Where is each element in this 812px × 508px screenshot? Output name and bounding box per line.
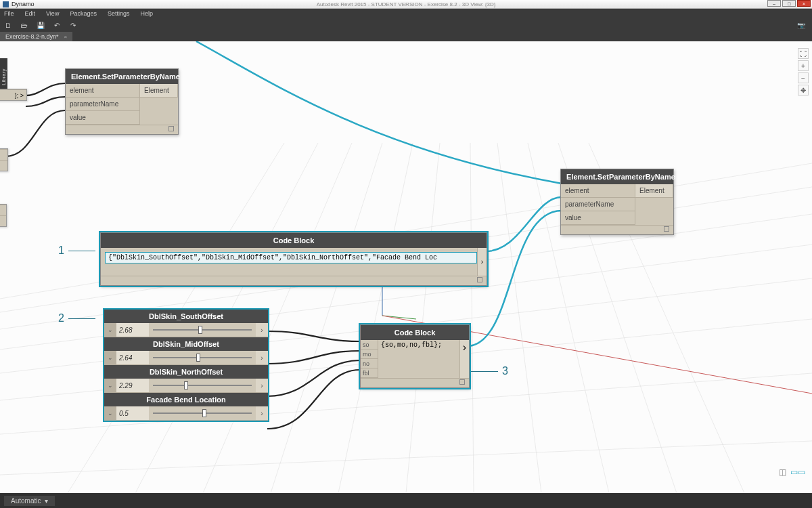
slider-1-expand-icon[interactable]: ⌄ <box>104 323 116 337</box>
menu-packages[interactable]: Packages <box>70 10 97 17</box>
node-codeblock-1[interactable]: Code Block › <box>100 232 487 286</box>
slider-1-value[interactable]: 2.68 <box>116 323 149 337</box>
node-codeblock-2[interactable]: Code Block so mo no fbl {so,mo,no,fbl}; … <box>360 324 470 388</box>
menu-help[interactable]: Help <box>140 10 153 17</box>
menu-view[interactable]: View <box>46 10 59 17</box>
codeblock-out-port[interactable]: › <box>477 248 487 276</box>
node-title: Element.SetParameterByName <box>66 69 178 84</box>
port-element[interactable]: element <box>66 84 140 98</box>
pan-icon[interactable]: ✥ <box>798 85 809 96</box>
codeblock2-in-so[interactable]: so <box>361 340 378 350</box>
run-mode-dropdown[interactable]: Automatic ▾ <box>4 496 55 506</box>
node-title: Element.SetParameterByName <box>561 169 673 184</box>
codeblock-code-input[interactable] <box>105 252 477 263</box>
app-icon <box>3 1 9 7</box>
node-setparameter-2[interactable]: Element.SetParameterByName element param… <box>560 169 674 235</box>
port-out-element[interactable]: Element <box>635 184 673 198</box>
view-mode-icons: ◫ ▭▭ <box>779 467 805 477</box>
window-title: Autodesk Revit 2015 - STUDENT VERSION - … <box>317 1 496 7</box>
new-file-icon[interactable]: 🗋 <box>4 21 12 29</box>
slider-4-value[interactable]: 0.5 <box>116 406 149 420</box>
menu-settings[interactable]: Settings <box>108 10 130 17</box>
node-title: Code Block <box>361 325 469 340</box>
slider-3-track[interactable] <box>149 379 256 392</box>
node-partial-mid[interactable] <box>0 148 8 171</box>
partial-port <box>0 215 6 226</box>
graph-canvas[interactable]: Library }; > Element.SetParameterByName … <box>0 41 812 493</box>
toolbar: 🗋 🗁 💾 ↶ ↷ 📷 <box>0 18 812 32</box>
slider-4-expand-icon[interactable]: ⌄ <box>104 406 116 420</box>
port-element[interactable]: element <box>561 184 635 198</box>
redo-icon[interactable]: ↷ <box>69 21 77 29</box>
node-footer <box>66 125 178 134</box>
zoom-fit-icon[interactable]: ⛶ <box>798 48 809 59</box>
slider-3-expand-icon[interactable]: ⌄ <box>104 379 116 392</box>
node-setparameter-1[interactable]: Element.SetParameterByName element param… <box>65 68 179 135</box>
node-footer <box>361 378 469 387</box>
geometry-view-icon[interactable]: ◫ <box>779 467 786 477</box>
port-out-element[interactable]: Element <box>140 84 178 98</box>
slider-4-title: Facade Bend Location <box>104 393 268 406</box>
codeblock2-in-no[interactable]: no <box>361 359 378 368</box>
port-parametername[interactable]: parameterName <box>66 98 140 111</box>
partial-port <box>0 149 7 160</box>
node-title: Code Block <box>101 233 487 248</box>
run-mode-label: Automatic <box>11 497 41 505</box>
slider-2-out-port[interactable]: › <box>256 351 268 364</box>
codeblock2-in-mo[interactable]: mo <box>361 350 378 359</box>
menu-edit[interactable]: Edit <box>25 10 36 17</box>
port-value[interactable]: value <box>66 111 140 125</box>
menu-file[interactable]: File <box>4 10 14 17</box>
annotation-2: 2 <box>58 312 95 324</box>
screenshot-icon[interactable]: 📷 <box>797 21 805 29</box>
svg-line-7 <box>0 441 812 475</box>
document-tab[interactable]: Exercise-8.2-n.dyn* × <box>0 32 72 41</box>
slider-3-value[interactable]: 2.29 <box>116 379 149 392</box>
svg-line-14 <box>470 143 474 493</box>
codeblock2-out-port[interactable]: › <box>459 340 469 378</box>
close-button[interactable]: × <box>797 0 811 7</box>
graph-view-icon[interactable]: ▭▭ <box>790 467 805 477</box>
slider-2-title: DblSkin_MidOffset <box>104 337 268 351</box>
save-icon[interactable]: 💾 <box>37 21 45 29</box>
port-parametername[interactable]: parameterName <box>561 198 635 211</box>
node-footer <box>561 225 673 234</box>
partial-port: }; > <box>15 92 24 99</box>
zoom-controls: ⛶ + − ✥ <box>798 48 809 96</box>
window-titlebar: Dynamo Autodesk Revit 2015 - STUDENT VER… <box>0 0 812 9</box>
slider-2-expand-icon[interactable]: ⌄ <box>104 351 116 364</box>
svg-line-15 <box>497 143 541 493</box>
zoom-out-icon[interactable]: − <box>798 72 809 83</box>
port-value[interactable]: value <box>561 211 635 225</box>
svg-line-11 <box>271 143 382 493</box>
codeblock2-code[interactable]: {so,mo,no,fbl}; <box>378 340 459 378</box>
slider-2-track[interactable] <box>149 351 256 364</box>
slider-1-out-port[interactable]: › <box>256 323 268 337</box>
node-partial-top[interactable]: }; > <box>0 89 27 101</box>
svg-line-20 <box>382 316 416 319</box>
slider-1-track[interactable] <box>149 323 256 337</box>
codeblock2-in-fbl[interactable]: fbl <box>361 368 378 378</box>
node-slider-group[interactable]: DblSkin_SouthOffset ⌄ 2.68 › DblSkin_Mid… <box>104 310 268 421</box>
slider-2-value[interactable]: 2.64 <box>116 351 149 364</box>
annotation-3: 3 <box>471 365 508 377</box>
minimize-button[interactable]: – <box>767 0 781 7</box>
undo-icon[interactable]: ↶ <box>53 21 61 29</box>
open-file-icon[interactable]: 🗁 <box>20 21 28 29</box>
slider-1-title: DblSkin_SouthOffset <box>104 310 268 323</box>
partial-port <box>0 205 6 215</box>
app-name: Dynamo <box>12 1 35 7</box>
slider-3-title: DblSkin_NorthOffset <box>104 365 268 379</box>
svg-line-13 <box>406 143 440 493</box>
maximize-button[interactable]: □ <box>782 0 796 7</box>
zoom-in-icon[interactable]: + <box>798 60 809 71</box>
status-bar: Automatic ▾ <box>0 493 812 508</box>
slider-4-out-port[interactable]: › <box>256 406 268 420</box>
slider-4-track[interactable] <box>149 406 256 420</box>
slider-3-out-port[interactable]: › <box>256 379 268 392</box>
document-tabs: Exercise-8.2-n.dyn* × <box>0 32 812 41</box>
document-tab-close-icon[interactable]: × <box>64 34 68 40</box>
node-partial-bottom[interactable] <box>0 204 7 227</box>
menu-bar: File Edit View Packages Settings Help <box>0 9 812 18</box>
document-tab-name: Exercise-8.2-n.dyn* <box>5 33 59 40</box>
